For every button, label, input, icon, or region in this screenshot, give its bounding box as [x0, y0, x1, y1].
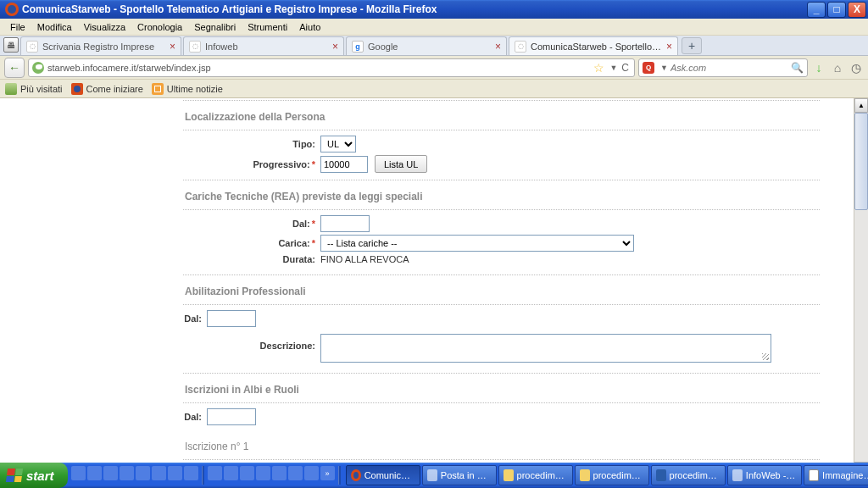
abil-dal-input[interactable]	[207, 310, 256, 327]
ql-icon[interactable]	[103, 466, 118, 480]
ql-icon[interactable]	[136, 466, 150, 480]
task-word[interactable]: procediment...	[651, 465, 726, 485]
tab-close-icon[interactable]: ×	[663, 41, 672, 53]
section-abilitazioni: Abilitazioni Professionali	[183, 280, 820, 302]
dal-input[interactable]	[320, 215, 370, 232]
reload-icon[interactable]: C	[620, 62, 631, 74]
divider	[183, 459, 820, 460]
task-label: procediment...	[670, 470, 721, 480]
tab-infoweb[interactable]: ◌ Infoweb ×	[183, 36, 344, 55]
tipo-select[interactable]: UL	[320, 136, 356, 152]
ql-icon[interactable]	[71, 466, 86, 480]
menu-bar: File Modifica Visualizza Cronologia Segn…	[0, 19, 868, 36]
ql-icon[interactable]	[288, 466, 303, 480]
new-tab-button[interactable]: +	[682, 37, 702, 54]
url-dropdown-icon[interactable]: ▼	[607, 64, 620, 72]
isc-dal-label: Dal:	[183, 412, 207, 422]
bookmark-ultime-notizie[interactable]: Ultime notizie	[152, 83, 223, 95]
search-icon[interactable]: 🔍	[791, 62, 804, 74]
ql-chevron-icon[interactable]: »	[320, 466, 335, 480]
progressivo-input[interactable]	[320, 156, 368, 173]
bookmark-star-icon[interactable]: ☆	[593, 61, 604, 75]
bookmark-come-iniziare[interactable]: Come iniziare	[71, 83, 143, 95]
windows-logo-icon	[6, 469, 23, 482]
url-field[interactable]: ☆ ▼ C	[28, 58, 635, 77]
task-folder[interactable]: procediment...	[498, 465, 573, 485]
ql-icon[interactable]	[272, 466, 287, 480]
tab-label: ComunicaStarweb - Sportello Telematico .…	[531, 42, 663, 52]
ql-icon[interactable]	[240, 466, 254, 480]
divider	[183, 373, 820, 374]
separator	[338, 466, 341, 485]
menu-modifica[interactable]: Modifica	[32, 20, 77, 34]
menu-visualizza[interactable]: Visualizza	[79, 20, 131, 34]
task-infoweb[interactable]: InfoWeb - D...	[727, 465, 802, 485]
ql-icon[interactable]	[208, 466, 222, 480]
menu-aiuto[interactable]: Aiuto	[294, 20, 326, 34]
window-title: ComunicaStarweb - Sportello Telematico A…	[22, 3, 807, 15]
bookmark-piu-visitati[interactable]: Più visitati	[5, 83, 63, 95]
scroll-thumb[interactable]	[854, 113, 868, 210]
left-gutter	[0, 98, 183, 476]
tab-close-icon[interactable]: ×	[166, 41, 175, 53]
firefox-icon	[351, 469, 361, 481]
home-icon[interactable]: ⌂	[830, 60, 845, 75]
window-maximize-button[interactable]: □	[827, 2, 846, 18]
ql-icon[interactable]	[120, 466, 134, 480]
search-engine-dropdown-icon[interactable]: ▼	[658, 64, 670, 72]
history-icon[interactable]: ◷	[849, 60, 864, 75]
url-input[interactable]	[47, 63, 591, 73]
section-iscrizioni: Iscrizioni in Albi e Ruoli	[183, 379, 820, 401]
window-minimize-button[interactable]: _	[807, 2, 826, 18]
required-asterisk: *	[312, 219, 315, 229]
tab-google[interactable]: g Google ×	[346, 36, 507, 55]
ql-icon[interactable]	[168, 466, 182, 480]
print-icon[interactable]: 🖶	[3, 37, 19, 53]
window-close-button[interactable]: X	[848, 2, 866, 18]
back-button[interactable]: ←	[4, 58, 25, 78]
search-box[interactable]: Q ▼ 🔍	[638, 58, 808, 77]
ql-icon[interactable]	[224, 466, 238, 480]
divider	[183, 274, 820, 275]
scroll-track[interactable]	[854, 113, 868, 462]
paint-icon	[809, 469, 820, 481]
isc-dal-input[interactable]	[207, 408, 256, 425]
ql-icon[interactable]	[304, 466, 319, 480]
search-input[interactable]	[670, 63, 791, 73]
dal-label: Dal:*	[183, 219, 320, 229]
ql-icon[interactable]	[184, 466, 198, 480]
tab-label: Google	[368, 42, 492, 52]
tab-close-icon[interactable]: ×	[329, 41, 338, 53]
tab-close-icon[interactable]: ×	[492, 41, 501, 53]
bookmark-label: Come iniziare	[86, 84, 143, 94]
task-mail[interactable]: Posta in arri...	[422, 465, 497, 485]
vertical-scrollbar[interactable]: ▲ ▼	[854, 98, 868, 476]
task-folder[interactable]: procediment...	[575, 465, 649, 485]
divider	[183, 130, 820, 130]
tab-comunica[interactable]: ◌ ComunicaStarweb - Sportello Telematico…	[509, 36, 678, 55]
tab-scrivania[interactable]: ◌ Scrivania Registro Imprese ×	[20, 36, 181, 55]
downloads-icon[interactable]: ↓	[811, 60, 826, 75]
page-content: Localizzazione della Persona Tipo: UL Pr…	[0, 98, 868, 476]
menu-segnalibri[interactable]: Segnalibri	[189, 20, 241, 34]
divider	[183, 209, 820, 210]
ql-icon[interactable]	[152, 466, 166, 480]
menu-file[interactable]: File	[5, 20, 31, 34]
section-iscrizione1: Iscrizione n° 1	[183, 435, 820, 458]
tab-strip: 🖶 ◌ Scrivania Registro Imprese × ◌ Infow…	[0, 36, 868, 56]
divider	[183, 180, 820, 180]
start-button[interactable]: start	[0, 463, 68, 488]
divider	[183, 304, 820, 305]
page-icon: ◌	[515, 41, 526, 53]
lista-ul-button[interactable]: Lista UL	[375, 155, 427, 173]
carica-select[interactable]: -- Lista cariche --	[320, 235, 634, 252]
task-paint[interactable]: Immagine - ...	[804, 465, 868, 485]
task-firefox[interactable]: ComunicaSt...	[346, 465, 420, 485]
scroll-up-button[interactable]: ▲	[854, 98, 868, 113]
menu-cronologia[interactable]: Cronologia	[132, 20, 187, 34]
menu-strumenti[interactable]: Strumenti	[242, 20, 292, 34]
ql-icon[interactable]	[256, 466, 270, 480]
ql-icon[interactable]	[87, 466, 102, 480]
descrizione-textarea[interactable]	[320, 334, 771, 363]
task-label: Posta in arri...	[441, 470, 492, 480]
